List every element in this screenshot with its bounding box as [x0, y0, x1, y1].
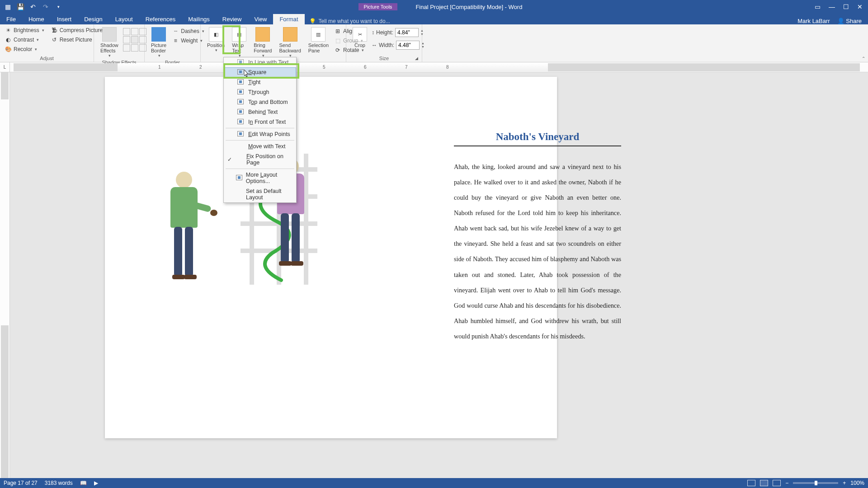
collapse-ribbon-icon[interactable]: ⌃: [862, 56, 865, 61]
status-words[interactable]: 3183 words: [45, 480, 73, 486]
reset-icon: ↺: [51, 36, 58, 43]
redo-icon[interactable]: ↷: [42, 3, 50, 11]
lightbulb-icon: 💡: [309, 18, 316, 24]
tab-references[interactable]: References: [139, 14, 182, 24]
menu-item-edit-wrap-points[interactable]: Edit Wrap Points: [224, 129, 296, 139]
undo-icon[interactable]: ↶: [29, 3, 37, 11]
tab-view[interactable]: View: [248, 14, 273, 24]
size-dialog-launcher[interactable]: ◢: [415, 56, 418, 61]
position-button[interactable]: ◧ Position▾: [204, 26, 227, 53]
editpoints-icon: [237, 131, 244, 136]
tab-review[interactable]: Review: [216, 14, 248, 24]
height-spin-down[interactable]: ▼: [420, 33, 424, 36]
tab-file[interactable]: File: [0, 14, 22, 24]
tab-mailings[interactable]: Mailings: [182, 14, 216, 24]
width-input[interactable]: [396, 41, 420, 50]
quick-access-toolbar: ▦ 💾 ↶ ↷ ▾: [0, 3, 66, 11]
height-input[interactable]: [395, 28, 419, 37]
share-button[interactable]: 👤 Share: [837, 18, 862, 24]
zoom-in-button[interactable]: +: [843, 480, 846, 486]
horizontal-ruler[interactable]: 1 2 4 5 6 7 8: [14, 63, 860, 71]
group-border: Picture Border▾ ┄Dashes▾ ≡Weight▾ Border: [145, 24, 201, 62]
menu-item-through[interactable]: Through: [224, 87, 296, 97]
minimize-icon[interactable]: —: [829, 3, 835, 10]
tab-layout[interactable]: Layout: [109, 14, 139, 24]
dashes-button[interactable]: ┄Dashes▾: [171, 27, 205, 35]
nudge-shadow-button[interactable]: [131, 28, 138, 35]
status-bar: Page 17 of 27 3183 words 📖 ▶ − + 100%: [0, 478, 868, 488]
spellcheck-icon[interactable]: 📖: [80, 480, 87, 486]
menu-item-set-default-layout[interactable]: Set as Default Layout: [224, 186, 296, 202]
contrast-button[interactable]: ◐Contrast▾: [4, 36, 45, 44]
nudge-shadow-button[interactable]: [131, 44, 138, 52]
inline-icon: [237, 59, 244, 65]
topbottom-icon: [237, 99, 244, 104]
through-icon: [237, 89, 244, 94]
behind-icon: [237, 109, 244, 114]
menu-item-more-layout-options[interactable]: More Layout Options...: [224, 170, 296, 186]
menu-item-fix-position[interactable]: ✓Fix Position on Page: [224, 151, 296, 168]
square-icon: [237, 69, 244, 75]
width-spin-down[interactable]: ▼: [421, 45, 425, 49]
tight-icon: [237, 79, 244, 84]
menu-item-inline[interactable]: In Line with Text: [224, 57, 296, 67]
document-page[interactable]: Naboth's Vineyard Ahab, the king, looked…: [105, 77, 557, 438]
menu-item-square[interactable]: Square: [224, 67, 296, 77]
menu-item-behind[interactable]: Behind Text: [224, 107, 296, 117]
menu-item-move-with-text[interactable]: Move with Text: [224, 141, 296, 151]
height-field: ↕ Height: ▲▼: [372, 28, 425, 37]
tab-selector[interactable]: L: [0, 62, 10, 72]
brightness-button[interactable]: ☀Brightness▾: [4, 26, 45, 34]
read-mode-button[interactable]: [747, 480, 755, 486]
ruler-row: L 1 2 4 5 6 7 8: [0, 62, 868, 72]
bring-forward-button[interactable]: Bring Forward▾: [251, 26, 274, 59]
tab-home[interactable]: Home: [22, 14, 51, 24]
wrap-text-menu: In Line with Text Square Tight Through T…: [223, 57, 297, 203]
zoom-level[interactable]: 100%: [850, 480, 864, 486]
close-icon[interactable]: ✕: [857, 3, 863, 10]
web-layout-button[interactable]: [773, 480, 781, 486]
nudge-shadow-button[interactable]: [131, 36, 138, 43]
brightness-icon: ☀: [5, 27, 12, 34]
tab-insert[interactable]: Insert: [51, 14, 78, 24]
vertical-ruler[interactable]: [0, 72, 10, 478]
menu-item-infront[interactable]: In Front of Text: [224, 117, 296, 127]
height-spin-up[interactable]: ▲: [420, 29, 424, 33]
group-button[interactable]: ⬚Group▾: [333, 37, 365, 45]
heading-rule: [454, 145, 621, 146]
save-icon[interactable]: 💾: [16, 3, 24, 11]
menu-item-top-bottom[interactable]: Top and Bottom: [224, 97, 296, 107]
selection-pane-button[interactable]: ▥ Selection Pane: [306, 26, 331, 54]
send-backward-icon: [283, 27, 297, 42]
group-label-adjust: Adjust: [4, 55, 90, 61]
user-name[interactable]: Mark LaBarr: [797, 18, 830, 24]
dashes-icon: ┄: [172, 28, 179, 35]
wrap-text-button[interactable]: ▤ Wrap Text▾: [229, 26, 249, 59]
shadow-icon: [102, 27, 117, 42]
ribbon: ☀Brightness▾ ◐Contrast▾ 🎨Recolor▾ 🗜Compr…: [0, 24, 868, 62]
zoom-out-button[interactable]: −: [785, 480, 788, 486]
qat-customize-icon[interactable]: ▾: [54, 3, 62, 11]
send-backward-button[interactable]: Send Backward▾: [276, 26, 303, 59]
width-spin-up[interactable]: ▲: [421, 42, 425, 45]
nudge-shadow-button[interactable]: [123, 28, 130, 35]
status-page[interactable]: Page 17 of 27: [4, 480, 38, 486]
share-icon: 👤: [837, 18, 844, 24]
tell-me-search[interactable]: 💡 Tell me what you want to do...: [305, 18, 395, 24]
macro-icon[interactable]: ▶: [94, 480, 98, 486]
tab-design[interactable]: Design: [78, 14, 108, 24]
nudge-shadow-button[interactable]: [123, 36, 130, 43]
nudge-shadow-button[interactable]: [123, 44, 130, 52]
width-icon: ↔: [372, 42, 377, 48]
zoom-slider[interactable]: [793, 482, 838, 484]
menu-item-tight[interactable]: Tight: [224, 77, 296, 87]
picture-border-button[interactable]: Picture Border▾: [148, 26, 169, 59]
tab-format[interactable]: Format: [273, 14, 304, 24]
recolor-button[interactable]: 🎨Recolor▾: [4, 45, 45, 53]
layout-options-icon: [236, 175, 242, 180]
ribbon-display-options-icon[interactable]: ▭: [815, 3, 821, 10]
weight-button[interactable]: ≡Weight▾: [171, 37, 205, 45]
shadow-effects-button[interactable]: Shadow Effects▾: [98, 26, 121, 59]
maximize-icon[interactable]: ☐: [843, 3, 849, 10]
print-layout-button[interactable]: [760, 480, 768, 486]
